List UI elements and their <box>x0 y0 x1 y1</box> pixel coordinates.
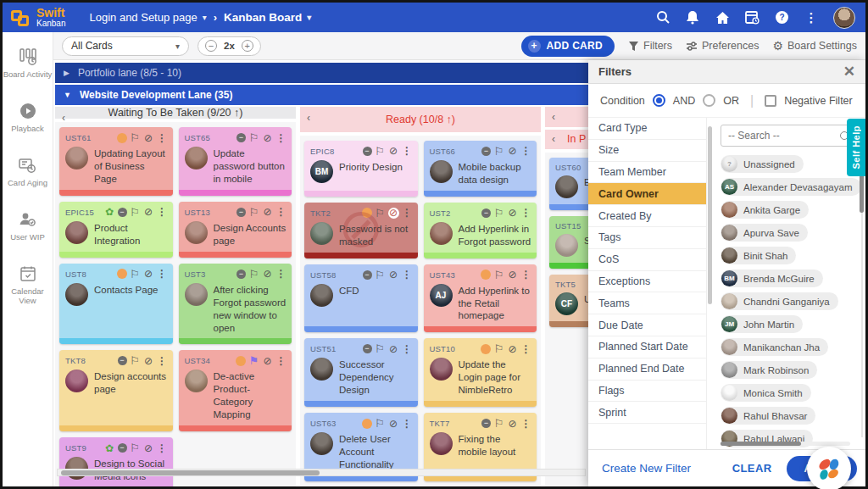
owner-pill[interactable]: Rahul Bhavsar <box>721 407 815 425</box>
card-icon[interactable] <box>375 208 386 219</box>
card-owner-avatar[interactable]: CF <box>555 292 578 315</box>
card-icon[interactable] <box>275 207 287 218</box>
card-icon[interactable] <box>388 270 399 281</box>
card-icon[interactable] <box>375 270 386 281</box>
card-icon[interactable] <box>143 132 154 143</box>
card-icon[interactable] <box>493 270 504 281</box>
filter-category-item[interactable]: Tags <box>588 227 706 249</box>
owner-pill[interactable]: JM John Martin <box>721 315 803 333</box>
sidebar-item-user-wip[interactable]: User WIP <box>10 210 45 242</box>
card-icon[interactable] <box>388 208 399 219</box>
kanban-card[interactable]: UST66 Mobile backup data design <box>424 141 537 197</box>
card-icon[interactable] <box>157 442 168 453</box>
owner-pill[interactable]: Apurva Save <box>721 224 808 242</box>
card-icon[interactable] <box>520 343 531 354</box>
kanban-card[interactable]: UST58 CFD <box>304 264 418 333</box>
kanban-card[interactable]: UST65 Update password button in mobile <box>179 127 292 196</box>
filter-category-item[interactable]: Exceptions <box>588 271 706 293</box>
filter-category-item[interactable]: CoS <box>588 249 706 271</box>
kanban-card[interactable]: UST2 Add Hyperlink in Forgot password <box>424 203 537 258</box>
card-icon[interactable] <box>402 146 413 157</box>
owner-pill[interactable]: Monica Smith <box>721 384 811 402</box>
card-icon[interactable] <box>402 270 413 281</box>
card-owner-avatar[interactable] <box>185 283 208 306</box>
card-icon[interactable] <box>275 269 287 280</box>
card-icon[interactable] <box>157 132 168 143</box>
card-icon[interactable] <box>520 418 531 429</box>
card-owner-avatar[interactable] <box>185 370 208 392</box>
filter-category-item[interactable]: Card Owner <box>588 183 706 205</box>
card-owner-avatar[interactable] <box>555 175 578 198</box>
kanban-card[interactable]: UST3 After clicking Forgot password new … <box>179 264 292 345</box>
card-icon[interactable] <box>130 207 141 218</box>
card-icon[interactable] <box>143 442 154 453</box>
owner-pill[interactable]: Ankita Garge <box>721 201 809 219</box>
kanban-card[interactable]: UST61 Updating Layout of Business Page <box>59 127 173 196</box>
zoom-in-button[interactable]: + <box>242 40 253 52</box>
card-icon[interactable] <box>236 208 246 217</box>
kanban-card[interactable]: EPIC8 BM Priority Design <box>304 141 418 197</box>
card-owner-avatar[interactable] <box>430 358 453 381</box>
card-owner-avatar[interactable] <box>65 221 88 244</box>
card-icon[interactable] <box>236 133 246 142</box>
collapse-right-icon[interactable]: ▶ <box>64 69 70 77</box>
sidebar-item-board-activity[interactable]: Board Activity <box>3 47 53 80</box>
kanban-card[interactable]: UST9 Design to Social Media icons <box>59 437 173 486</box>
card-icon[interactable] <box>248 207 259 218</box>
owner-pill[interactable]: Manikanchan Jha <box>721 338 828 356</box>
timesheet-icon[interactable] <box>744 10 760 25</box>
card-icon[interactable] <box>362 419 372 429</box>
self-help-tab[interactable]: Self Help <box>847 119 865 176</box>
card-icon[interactable] <box>130 355 141 366</box>
kanban-card[interactable]: UST34 De-active Product-Category Mapping <box>179 350 292 431</box>
card-icon[interactable] <box>375 343 386 354</box>
card-icon[interactable] <box>388 343 399 354</box>
breadcrumb-board[interactable]: Kanban Board ▾ <box>224 11 311 24</box>
card-icon[interactable] <box>143 355 154 366</box>
app-logo[interactable]: Swift Kanban <box>3 7 77 28</box>
sidebar-item-calendar-view[interactable]: Calendar View <box>3 264 53 307</box>
card-owner-avatar[interactable] <box>185 147 208 169</box>
card-owner-avatar[interactable] <box>310 432 333 455</box>
card-icon[interactable] <box>507 270 518 281</box>
card-icon[interactable] <box>363 270 372 280</box>
kanban-card[interactable]: UST51 Successor Dependency Design <box>304 338 418 407</box>
card-icon[interactable] <box>362 208 372 218</box>
filter-category-item[interactable]: Due Date <box>588 314 706 336</box>
owner-pill[interactable]: BM Brenda McGuire <box>721 270 823 287</box>
filter-category-item[interactable]: Flags <box>588 381 706 403</box>
kanban-card[interactable]: EPIC15 Product Integration <box>59 202 173 258</box>
filter-category-item[interactable]: Sprint <box>588 402 706 424</box>
card-icon[interactable] <box>520 146 531 157</box>
filter-category-item[interactable]: Teams <box>588 292 706 314</box>
card-icon[interactable] <box>157 207 168 218</box>
filter-category-item[interactable]: Card Type <box>588 118 706 140</box>
board-settings-button[interactable]: ⚙ Board Settings <box>772 39 857 53</box>
card-icon[interactable] <box>143 207 154 218</box>
kanban-card[interactable]: UST10 Update the Login page for NimbleRe… <box>424 338 537 407</box>
card-owner-avatar[interactable] <box>310 222 333 245</box>
kanban-card[interactable]: UST8 Contacts Page <box>59 264 173 345</box>
card-icon[interactable] <box>130 269 141 280</box>
preferences-button[interactable]: Preferences <box>686 40 759 52</box>
kanban-card[interactable]: UST13 Design Accounts page <box>179 202 292 258</box>
owner-pill[interactable]: AS Alexander Devasagayam <box>721 178 861 196</box>
collapse-column-icon[interactable]: ‹ <box>552 133 555 145</box>
card-icon[interactable] <box>507 208 518 219</box>
card-icon[interactable] <box>388 418 399 429</box>
card-icon[interactable] <box>104 207 115 218</box>
filter-category-item[interactable]: Created By <box>588 205 706 227</box>
sidebar-item-playback[interactable]: Playback <box>11 102 44 134</box>
card-icon[interactable] <box>481 344 491 354</box>
card-owner-avatar[interactable] <box>65 370 88 392</box>
bell-icon[interactable] <box>685 10 700 25</box>
card-icon[interactable] <box>402 418 413 429</box>
and-radio[interactable] <box>653 94 665 107</box>
collapse-column-icon[interactable]: ‹ <box>552 111 555 123</box>
owner-pill[interactable]: ? Unassigned <box>721 155 804 173</box>
card-icon[interactable] <box>262 132 273 143</box>
owner-search[interactable] <box>721 125 856 147</box>
filter-category-item[interactable]: Team Member <box>588 162 706 184</box>
card-owner-avatar[interactable]: BM <box>310 160 333 183</box>
card-icon[interactable] <box>507 418 518 429</box>
